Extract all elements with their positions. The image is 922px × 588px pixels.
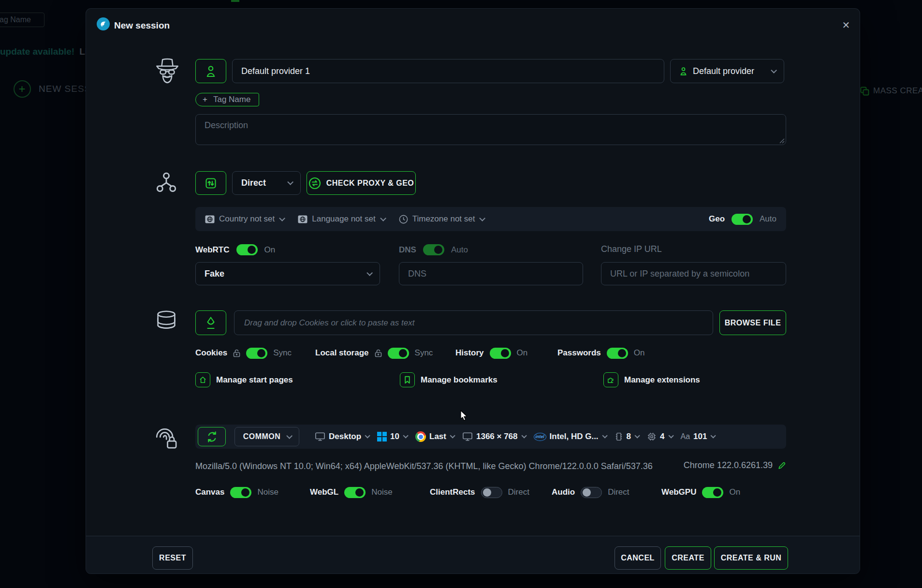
check-proxy-geo-label: CHECK PROXY & GEO <box>326 179 414 188</box>
fonts-select[interactable]: Aa 101 <box>681 432 715 441</box>
create-and-run-button[interactable]: CREATE & RUN <box>714 546 788 570</box>
resolution-select[interactable]: 1366 × 768 <box>462 432 525 441</box>
add-tag-button[interactable]: + Tag Name <box>195 93 259 106</box>
check-proxy-geo-button[interactable]: CHECK PROXY & GEO <box>307 171 416 195</box>
proxy-type-select[interactable]: Direct <box>232 171 301 195</box>
dns-input[interactable] <box>399 262 583 285</box>
chevron-down-icon <box>711 433 716 438</box>
country-select[interactable]: Country not set <box>205 214 283 224</box>
webrtc-toggle[interactable] <box>236 244 258 255</box>
regenerate-fingerprint-button[interactable] <box>198 427 226 446</box>
gpu-value: Intel, HD G... <box>550 432 599 441</box>
create-and-run-label: CREATE & RUN <box>721 554 782 562</box>
clientrects-state: Direct <box>508 487 529 497</box>
geo-toggle[interactable] <box>732 214 753 225</box>
browse-file-label: BROWSE FILE <box>725 319 781 327</box>
browser-build-text: Chrome 122.0.6261.39 <box>684 460 773 470</box>
webrtc-control: WebRTC On <box>195 244 275 255</box>
browse-file-button[interactable]: BROWSE FILE <box>719 310 786 335</box>
create-label: CREATE <box>672 554 704 562</box>
resize-handle[interactable] <box>779 138 785 144</box>
create-button[interactable]: CREATE <box>665 546 711 570</box>
resolution-value: 1366 × 768 <box>476 432 518 441</box>
cpu-value: 4 <box>660 432 664 441</box>
platform-select[interactable]: Desktop <box>315 432 368 441</box>
webgpu-toggle-group: WebGPU On <box>661 486 740 498</box>
passwords-toggle[interactable] <box>607 348 628 359</box>
exchange-icon <box>308 177 321 190</box>
description-textarea[interactable] <box>195 114 786 145</box>
mouse-cursor <box>460 410 470 421</box>
reset-button[interactable]: RESET <box>152 546 193 570</box>
webrtc-mode-select[interactable]: Fake <box>195 262 380 285</box>
clientrects-label: ClientRects <box>430 487 475 497</box>
intel-icon: intel <box>534 433 546 441</box>
lock-open-icon[interactable] <box>233 349 240 357</box>
chevron-down-icon <box>403 433 408 438</box>
close-icon[interactable]: ✕ <box>838 17 854 33</box>
chevron-down-icon <box>365 433 370 438</box>
plus-icon: + <box>203 95 207 104</box>
clock-icon <box>399 215 408 224</box>
proxy-type-icon-button[interactable] <box>195 171 226 195</box>
proxy-section-icon <box>155 171 178 194</box>
puzzle-icon <box>607 376 615 384</box>
chevron-down-icon <box>521 433 527 438</box>
paste-cookies-button[interactable] <box>195 310 226 335</box>
os-version-value: 10 <box>390 432 399 441</box>
audio-state: Direct <box>608 487 629 497</box>
browser-version-select[interactable]: Last <box>415 431 454 442</box>
webgpu-toggle[interactable] <box>702 487 723 498</box>
new-session-modal: New session ✕ Default provider + Tag Nam… <box>86 9 860 573</box>
chevron-down-icon <box>602 433 607 438</box>
provider-select[interactable]: Default provider <box>670 59 784 83</box>
timezone-select[interactable]: Timezone not set <box>399 214 484 224</box>
chevron-down-icon <box>480 215 486 221</box>
chevron-down-icon <box>380 215 386 221</box>
geo-label: Geo <box>709 214 725 224</box>
globe-icon <box>205 215 215 223</box>
user-agent-text: Mozilla/5.0 (Windows NT 10.0; Win64; x64… <box>195 461 653 471</box>
cancel-label: CANCEL <box>621 554 655 562</box>
memory-select[interactable]: 8 <box>615 431 638 442</box>
cancel-button[interactable]: CANCEL <box>615 546 661 570</box>
webgpu-label: WebGPU <box>661 487 696 497</box>
cpu-icon <box>647 432 657 441</box>
cpu-select[interactable]: 4 <box>647 432 672 441</box>
app-logo-icon <box>97 17 110 30</box>
history-toggle[interactable] <box>490 348 511 359</box>
fingerprint-preset-select[interactable]: COMMON <box>234 427 299 446</box>
geo-settings-panel: Country not set Language not set Timezon… <box>195 207 786 231</box>
clientrects-toggle[interactable] <box>481 487 502 498</box>
os-version-select[interactable]: 10 <box>377 432 407 441</box>
canvas-toggle[interactable] <box>230 487 251 498</box>
local-storage-toggle[interactable] <box>388 348 409 359</box>
chevron-down-icon <box>287 433 293 439</box>
edit-pencil-icon[interactable] <box>777 461 786 470</box>
session-name-input[interactable] <box>232 59 664 83</box>
language-select[interactable]: Language not set <box>298 214 384 224</box>
passwords-state: On <box>634 348 645 358</box>
local-storage-label: Local storage <box>315 348 369 358</box>
canvas-toggle-group: Canvas Noise <box>195 486 278 498</box>
reset-label: RESET <box>159 554 186 562</box>
webrtc-label: WebRTC <box>195 245 230 255</box>
lock-open-icon[interactable] <box>375 349 382 357</box>
manage-bookmarks-button[interactable]: Manage bookmarks <box>400 372 498 387</box>
gpu-select[interactable]: intel Intel, HD G... <box>534 432 606 441</box>
change-ip-input[interactable] <box>601 262 786 285</box>
cookies-dropzone[interactable]: Drag and drop Cookies or click to paste … <box>234 310 713 335</box>
cookies-dropzone-placeholder: Drag and drop Cookies or click to paste … <box>244 318 414 328</box>
dns-toggle[interactable] <box>423 244 444 255</box>
audio-toggle[interactable] <box>581 487 602 498</box>
chevron-down-icon <box>771 67 777 74</box>
globe-icon <box>298 215 307 223</box>
cookies-toggle[interactable] <box>246 348 267 359</box>
webgl-toggle[interactable] <box>344 487 366 498</box>
memory-value: 8 <box>627 432 631 441</box>
manage-extensions-button[interactable]: Manage extensions <box>603 372 700 387</box>
profile-avatar-button[interactable] <box>195 59 226 83</box>
passwords-label: Passwords <box>557 348 601 358</box>
fonts-icon: Aa <box>681 432 690 441</box>
manage-start-pages-button[interactable]: Manage start pages <box>195 372 293 387</box>
